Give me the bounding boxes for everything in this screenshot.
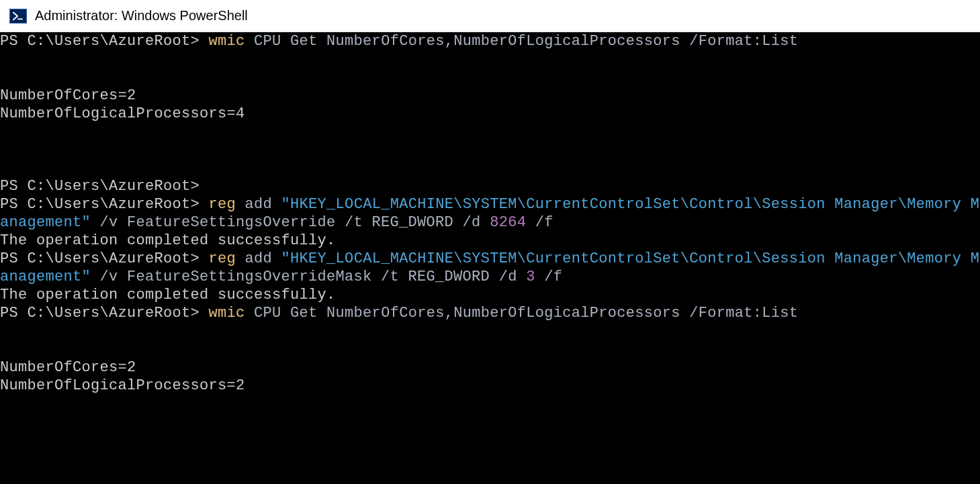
terminal-line: NumberOfCores=2 (0, 87, 980, 105)
terminal-line: PS C:\Users\AzureRoot> reg add "HKEY_LOC… (0, 195, 980, 232)
terminal-line (0, 123, 980, 141)
terminal-line: PS C:\Users\AzureRoot> (0, 177, 980, 195)
terminal-line (0, 50, 980, 68)
terminal-line: PS C:\Users\AzureRoot> wmic CPU Get Numb… (0, 32, 980, 50)
terminal-line: NumberOfCores=2 (0, 358, 980, 377)
terminal-line (0, 159, 980, 177)
terminal-line: The operation completed successfully. (0, 232, 980, 250)
terminal-line: PS C:\Users\AzureRoot> wmic CPU Get Numb… (0, 304, 980, 322)
window-titlebar[interactable]: Administrator: Windows PowerShell (0, 0, 980, 32)
terminal-line: NumberOfLogicalProcessors=4 (0, 105, 980, 123)
terminal-output[interactable]: PS C:\Users\AzureRoot> wmic CPU Get Numb… (0, 32, 980, 484)
terminal-line (0, 141, 980, 159)
terminal-line: PS C:\Users\AzureRoot> reg add "HKEY_LOC… (0, 250, 980, 286)
terminal-line (0, 340, 980, 358)
terminal-line (0, 322, 980, 340)
powershell-icon (9, 9, 27, 23)
window-title: Administrator: Windows PowerShell (35, 8, 248, 23)
terminal-line: NumberOfLogicalProcessors=2 (0, 377, 980, 395)
terminal-line (0, 68, 980, 87)
terminal-line: The operation completed successfully. (0, 286, 980, 304)
